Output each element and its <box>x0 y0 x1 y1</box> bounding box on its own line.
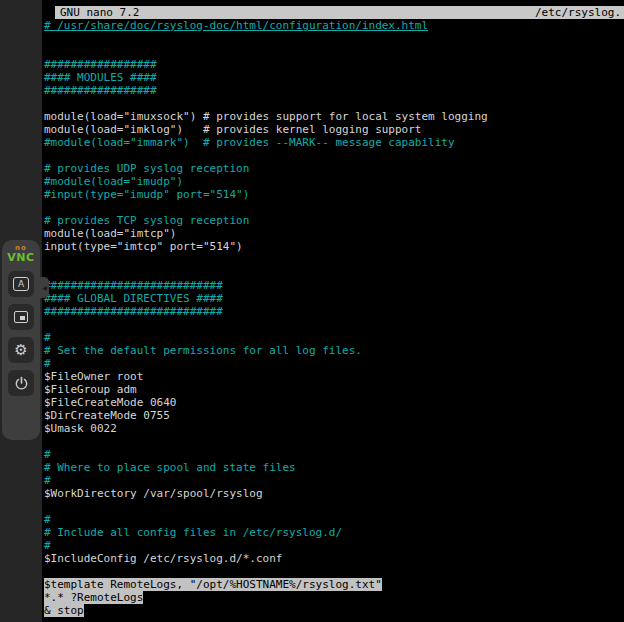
settings-button[interactable]: ⚙ <box>8 337 34 363</box>
disconnect-button[interactable] <box>8 370 34 396</box>
terminal-line <box>44 266 624 279</box>
nano-titlebar: GNU nano 7.2 /etc/rsyslog. <box>55 6 624 19</box>
terminal-line: # <box>44 539 624 552</box>
fullscreen-icon <box>14 311 28 323</box>
terminal-line: # <box>44 474 624 487</box>
terminal-line <box>44 45 624 58</box>
terminal-line <box>44 435 624 448</box>
terminal-line <box>44 500 624 513</box>
terminal-line: $WorkDirectory /var/spool/rsyslog <box>44 487 624 500</box>
terminal-line: $template RemoteLogs, "/opt/%HOSTNAME%/r… <box>44 578 624 591</box>
terminal-line: # <box>44 513 624 526</box>
terminal-line: $DirCreateMode 0755 <box>44 409 624 422</box>
terminal-line: $FileGroup adm <box>44 383 624 396</box>
collapse-arrow-icon: ◀ <box>42 284 47 291</box>
fullscreen-button[interactable] <box>8 304 34 330</box>
terminal-line: # provides UDP syslog reception <box>44 162 624 175</box>
extra-keys-button[interactable]: A <box>8 271 34 297</box>
terminal-line: ########################### <box>44 305 624 318</box>
desktop-background: GNU nano 7.2 /etc/rsyslog. # /usr/share/… <box>0 0 624 622</box>
terminal-line: # <box>44 357 624 370</box>
terminal-line: module(load="imuxsock") # provides suppo… <box>44 110 624 123</box>
terminal-line <box>44 149 624 162</box>
terminal-line: # Set the default permissions for all lo… <box>44 344 624 357</box>
nano-file-path: /etc/rsyslog. <box>535 6 621 19</box>
terminal-line: # <box>44 331 624 344</box>
control-bar-handle[interactable]: ◀ <box>40 277 49 298</box>
terminal-line: # <box>44 448 624 461</box>
terminal-line: ################# <box>44 58 624 71</box>
terminal-line: $FileOwner root <box>44 370 624 383</box>
terminal-line: *.* ?RemoteLogs <box>44 591 624 604</box>
terminal-screen[interactable]: GNU nano 7.2 /etc/rsyslog. # /usr/share/… <box>42 0 624 622</box>
power-icon <box>14 376 29 391</box>
terminal-line: module(load="imklog") # provides kernel … <box>44 123 624 136</box>
novnc-logo: no VNC <box>7 245 34 263</box>
gear-icon: ⚙ <box>14 341 27 359</box>
terminal-line <box>44 97 624 110</box>
terminal-line <box>44 201 624 214</box>
terminal-line: #module(load="immark") # provides --MARK… <box>44 136 624 149</box>
terminal-line: # provides TCP syslog reception <box>44 214 624 227</box>
terminal-line: #### MODULES #### <box>44 71 624 84</box>
terminal-line: #module(load="imudp") <box>44 175 624 188</box>
terminal-line: module(load="imtcp") <box>44 227 624 240</box>
editor-content: # /usr/share/doc/rsyslog-doc/html/config… <box>42 19 624 617</box>
keyboard-a-icon: A <box>13 277 29 291</box>
terminal-line: #input(type="imudp" port="514") <box>44 188 624 201</box>
terminal-line: $Umask 0022 <box>44 422 624 435</box>
terminal-line <box>44 318 624 331</box>
terminal-line: & stop <box>44 604 624 617</box>
terminal-line: #### GLOBAL DIRECTIVES #### <box>44 292 624 305</box>
terminal-line <box>44 565 624 578</box>
terminal-line <box>44 32 624 45</box>
terminal-line: input(type="imtcp" port="514") <box>44 240 624 253</box>
terminal-line: ########################### <box>44 279 624 292</box>
terminal-line <box>44 253 624 266</box>
terminal-line: # Where to place spool and state files <box>44 461 624 474</box>
terminal-line: # Include all config files in /etc/rsysl… <box>44 526 624 539</box>
terminal-line: $FileCreateMode 0640 <box>44 396 624 409</box>
novnc-logo-vnc: VNC <box>7 252 34 263</box>
nano-version: GNU nano 7.2 <box>60 6 139 19</box>
terminal-line: ################# <box>44 84 624 97</box>
terminal-line: $IncludeConfig /etc/rsyslog.d/*.conf <box>44 552 624 565</box>
vnc-control-bar: no VNC A ⚙ <box>2 240 40 440</box>
terminal-line: # /usr/share/doc/rsyslog-doc/html/config… <box>44 19 624 32</box>
